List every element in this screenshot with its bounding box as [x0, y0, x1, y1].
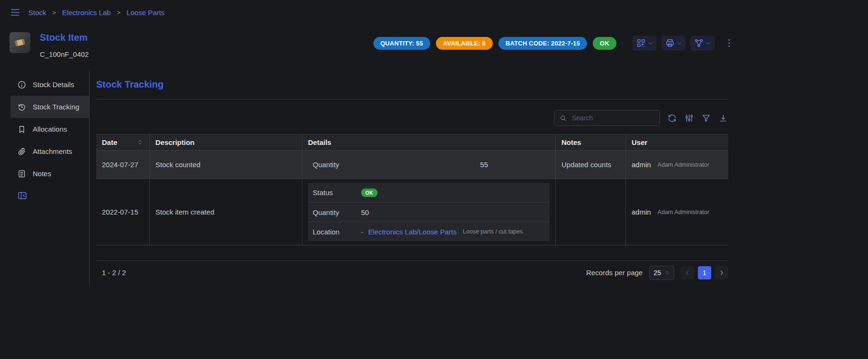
cell-user: admin Adam Administrator: [625, 179, 728, 245]
selector-icon: [664, 269, 670, 276]
breadcrumb-separator: >: [53, 9, 56, 16]
sidebar-item-allocations[interactable]: Allocations: [10, 118, 89, 140]
app-window: Stock > Electronics Lab > Loose Parts St…: [0, 0, 868, 284]
detail-value: 50: [361, 208, 369, 216]
user-full-name: Adam Administrator: [658, 162, 709, 168]
username: admin: [632, 208, 651, 216]
sidebar-item-label: Notes: [33, 170, 51, 178]
cell-date: 2024-07-27: [96, 151, 149, 179]
table-options-button[interactable]: [684, 113, 694, 123]
sidebar-item-label: Stock Details: [33, 81, 74, 89]
chevron-down-icon: [676, 40, 682, 46]
stock-item-name: C_100nF_0402: [40, 50, 89, 58]
detail-label: Status: [313, 188, 361, 197]
filter-icon: [701, 113, 711, 123]
detail-sub-table: Status OK Quantity 50 Location - Electro…: [308, 183, 550, 241]
sidebar-item-attachments[interactable]: Attachments: [10, 140, 89, 162]
top-bar: Stock > Electronics Lab > Loose Parts: [0, 0, 868, 25]
cell-description: Stock counted: [149, 151, 302, 179]
menu-icon[interactable]: [9, 7, 21, 18]
footer-controls: Records per page 25 1: [586, 266, 728, 280]
paperclip-icon: [17, 147, 27, 156]
barcode-actions-button[interactable]: [633, 36, 657, 51]
sidebar-item-label: Attachments: [33, 147, 72, 155]
search-input[interactable]: [571, 114, 655, 122]
column-header-notes[interactable]: Notes: [555, 135, 625, 150]
cell-details: Status OK Quantity 50 Location - Electro…: [302, 179, 555, 245]
info-icon: [17, 80, 27, 90]
page-size-value: 25: [653, 269, 661, 277]
cell-details: Quantity 55: [302, 151, 555, 179]
page-1-button[interactable]: 1: [698, 266, 711, 279]
detail-line-status: Status OK: [308, 183, 550, 202]
username: admin: [632, 161, 651, 169]
location-description: Loose parts / cut tapes: [463, 228, 523, 235]
breadcrumb-loose-parts[interactable]: Loose Parts: [127, 9, 164, 17]
column-header-user[interactable]: User: [625, 135, 728, 150]
print-actions-button[interactable]: [661, 36, 686, 51]
breadcrumb: Stock > Electronics Lab > Loose Parts: [28, 9, 164, 17]
next-page-button[interactable]: [715, 266, 728, 279]
ok-status-badge: OK: [361, 188, 378, 197]
detail-value: 55: [480, 161, 488, 169]
filter-button[interactable]: [701, 113, 711, 123]
sidebar-item-stock-details[interactable]: Stock Details: [10, 73, 89, 96]
search-icon: [559, 114, 567, 122]
pagination: 1: [681, 266, 728, 279]
chevron-left-icon: [684, 269, 691, 277]
table-header-row: Date Description Details Notes: [96, 134, 728, 151]
user-full-name: Adam Administrator: [658, 209, 709, 215]
sidebar-collapse-button[interactable]: [17, 190, 27, 201]
page-size-select[interactable]: 25: [649, 266, 674, 280]
status-badges: QUANTITY: 55 AVAILABLE: 5 BATCH CODE: 20…: [373, 37, 616, 50]
detail-line: Quantity 55: [308, 161, 550, 169]
more-options-button[interactable]: [724, 38, 734, 48]
stock-item-thumbnail[interactable]: [9, 32, 30, 53]
location-prefix: -: [361, 228, 363, 236]
breadcrumb-stock[interactable]: Stock: [28, 9, 46, 17]
table-row[interactable]: 2022-07-15 Stock item created Status OK: [96, 179, 728, 245]
table-row[interactable]: 2024-07-27 Stock counted Quantity 55 Upd…: [96, 151, 728, 179]
cell-date: 2022-07-15: [96, 179, 149, 245]
detail-line-quantity: Quantity 50: [308, 202, 550, 222]
header-actions: [633, 36, 734, 51]
location-link[interactable]: Electronics Lab/Loose Parts: [368, 228, 457, 236]
chevron-down-icon: [647, 40, 653, 46]
main-panel: Stock Tracking: [96, 70, 728, 284]
sidebar-item-label: Allocations: [33, 125, 67, 133]
chevron-right-icon: [718, 269, 725, 277]
column-header-date[interactable]: Date: [96, 135, 149, 150]
barcode-actions-icon: [636, 38, 646, 48]
stock-tracking-table: Date Description Details Notes: [96, 134, 728, 284]
column-header-description[interactable]: Description: [149, 135, 302, 150]
breadcrumb-electronics-lab[interactable]: Electronics Lab: [62, 9, 111, 17]
cell-user: admin Adam Administrator: [625, 151, 728, 179]
notes-icon: [17, 169, 27, 179]
records-per-page-label: Records per page: [586, 269, 642, 277]
detail-label: Quantity: [313, 208, 361, 216]
table-footer: 1 - 2 / 2 Records per page 25: [96, 260, 728, 284]
header-right: QUANTITY: 55 AVAILABLE: 5 BATCH CODE: 20…: [373, 32, 734, 51]
chevron-down-icon: [705, 40, 711, 46]
stock-operations-button[interactable]: [690, 36, 714, 51]
panel-heading: Stock Tracking: [96, 79, 728, 90]
sidebar-item-notes[interactable]: Notes: [10, 162, 89, 185]
sort-icon[interactable]: [136, 139, 144, 146]
print-actions-icon: [665, 38, 675, 48]
history-icon: [17, 102, 27, 112]
cell-notes: Updated counts: [555, 151, 625, 179]
refresh-button[interactable]: [667, 113, 677, 123]
breadcrumb-separator: >: [117, 9, 121, 16]
quantity-badge: QUANTITY: 55: [373, 37, 430, 50]
search-box: [554, 110, 660, 126]
download-button[interactable]: [718, 113, 728, 123]
previous-page-button[interactable]: [681, 266, 694, 279]
sidebar-collapse-icon: [17, 190, 27, 201]
column-header-details[interactable]: Details: [302, 135, 555, 150]
cell-description: Stock item created: [149, 179, 302, 245]
more-options-icon: [724, 38, 734, 48]
adjustments-icon: [684, 113, 694, 123]
detail-line-location: Location - Electronics Lab/Loose Parts L…: [308, 222, 550, 241]
sidebar: Stock Details Stock Tracking Allocations…: [10, 70, 90, 284]
sidebar-item-stock-tracking[interactable]: Stock Tracking: [10, 96, 89, 118]
